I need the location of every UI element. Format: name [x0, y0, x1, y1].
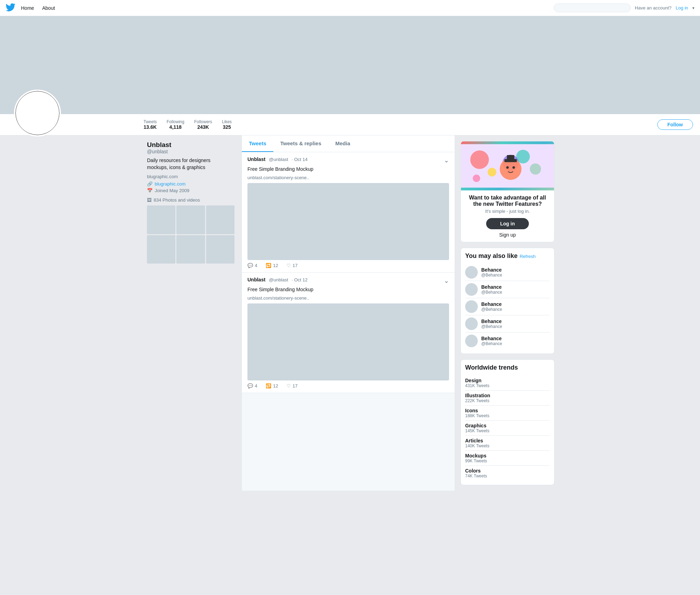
tweet-title-2: Free Simple Branding Mockup [247, 286, 449, 293]
nav-about[interactable]: About [42, 5, 55, 11]
features-banner [461, 141, 554, 190]
login-arrow-icon: ▾ [692, 6, 694, 10]
tweet-more-1[interactable]: ⌄ [444, 156, 449, 164]
suggested-handle-4: @Behance [481, 324, 502, 329]
likes-label: Likes [222, 119, 232, 124]
suggested-name-2: Behance [481, 284, 502, 290]
suggested-user-3[interactable]: Behance @Behance [465, 298, 550, 315]
stat-tweets[interactable]: Tweets 13.6K [144, 119, 157, 130]
stat-followers[interactable]: Followers 243K [194, 119, 212, 130]
profile-bio: Daily resources for designersmockups, ic… [147, 157, 234, 171]
tweet-actions-2: 💬 4 🔁 12 ♡ 17 [247, 383, 449, 388]
profile-name: Unblast [147, 141, 234, 149]
tweet-meta-2: Unblast @unblast · Oct 12 [247, 277, 308, 282]
photos-grid [147, 205, 234, 264]
followers-value: 243K [197, 124, 209, 130]
features-subtitle: It's simple - just log in. [465, 209, 550, 214]
svg-point-6 [473, 175, 480, 182]
trend-name-5: Articles [465, 438, 550, 443]
features-title: Want to take advantage of all the new Tw… [465, 195, 550, 207]
photo-thumb-3[interactable] [206, 205, 234, 234]
trend-5[interactable]: Articles 140K Tweets [465, 436, 550, 451]
tweet-more-2[interactable]: ⌄ [444, 277, 449, 285]
suggested-user-5[interactable]: Behance @Behance [465, 332, 550, 349]
header-login-link[interactable]: Log in [676, 5, 688, 10]
tweet-image-2 [247, 303, 449, 380]
suggested-avatar-3 [465, 300, 478, 313]
comment-count-2: 4 [255, 383, 257, 388]
suggested-handle-5: @Behance [481, 341, 502, 346]
svg-point-4 [488, 168, 496, 176]
tweet-link-1[interactable]: unblast.com/stationery-scene.. [247, 175, 449, 180]
trend-4[interactable]: Graphics 145K Tweets [465, 421, 550, 436]
tweet-image-1 [247, 183, 449, 260]
features-body: Want to take advantage of all the new Tw… [461, 190, 554, 242]
photo-thumb-6[interactable] [206, 235, 234, 264]
suggested-avatar-4 [465, 317, 478, 330]
main-layout: Unblast @unblast Daily resources for des… [140, 135, 560, 491]
photo-thumb-2[interactable] [176, 205, 205, 234]
features-signup-link[interactable]: Sign up [465, 232, 550, 238]
tweet-comment-2[interactable]: 💬 4 [247, 383, 257, 388]
like-count-2: 17 [293, 383, 298, 388]
trend-3[interactable]: Icons 188K Tweets [465, 406, 550, 421]
profile-stats-bar: Tweets 13.6K Following 4,118 Followers 2… [0, 114, 700, 135]
tweet-handle-1: @unblast [269, 157, 288, 162]
followers-label: Followers [194, 119, 212, 124]
trend-1[interactable]: Design 431K Tweets [465, 376, 550, 391]
suggested-avatar-5 [465, 335, 478, 347]
link-icon: 🔗 [147, 181, 153, 187]
trend-name-6: Mockups [465, 453, 550, 458]
tweet-author-1: Unblast [247, 156, 265, 162]
photo-thumb-5[interactable] [176, 235, 205, 264]
trend-6[interactable]: Mockups 99K Tweets [465, 451, 550, 466]
suggested-info-2: Behance @Behance [481, 284, 502, 295]
trend-name-3: Icons [465, 408, 550, 413]
stat-likes[interactable]: Likes 325 [222, 119, 232, 130]
suggested-user-1[interactable]: Behance @Behance [465, 264, 550, 281]
may-like-title: You may also likeRefresh [465, 252, 550, 260]
profile-joined: 📅 Joined May 2009 [147, 188, 234, 193]
tweet-link-2[interactable]: unblast.com/stationery-scene.. [247, 295, 449, 301]
follow-button[interactable]: Follow [657, 119, 693, 130]
svg-point-8 [506, 166, 509, 169]
suggested-info-4: Behance @Behance [481, 318, 502, 329]
tweet-actions-1: 💬 4 🔁 12 ♡ 17 [247, 263, 449, 268]
nav-home[interactable]: Home [21, 5, 34, 11]
calendar-icon: 📅 [147, 188, 153, 193]
tab-tweets[interactable]: Tweets [242, 135, 273, 152]
refresh-link[interactable]: Refresh [520, 254, 536, 259]
suggested-name-4: Behance [481, 318, 502, 324]
trend-name-7: Colors [465, 468, 550, 474]
have-account-text: Have an account? [635, 5, 672, 10]
right-sidebar: Want to take advantage of all the new Tw… [455, 135, 560, 491]
tweet-header-1: Unblast @unblast · Oct 14 ⌄ [247, 156, 449, 164]
trend-count-2: 222K Tweets [465, 398, 550, 403]
search-input[interactable] [554, 4, 631, 12]
tweet-meta-1: Unblast @unblast · Oct 14 [247, 156, 308, 162]
tweet-title-1: Free Simple Branding Mockup [247, 166, 449, 173]
like-icon-2: ♡ [287, 383, 291, 388]
stat-following[interactable]: Following 4,118 [167, 119, 184, 130]
tweet-like-2[interactable]: ♡ 17 [287, 383, 298, 388]
photo-thumb-1[interactable] [147, 205, 175, 234]
suggested-handle-1: @Behance [481, 273, 502, 278]
tab-tweets-replies[interactable]: Tweets & replies [273, 135, 328, 152]
tweet-comment-1[interactable]: 💬 4 [247, 263, 257, 268]
trend-7[interactable]: Colors 74K Tweets [465, 466, 550, 481]
tweet-date-2: · Oct 12 [292, 277, 308, 282]
features-card: Want to take advantage of all the new Tw… [461, 141, 554, 242]
trend-2[interactable]: Illustration 222K Tweets [465, 391, 550, 406]
features-login-button[interactable]: Log in [486, 218, 529, 229]
following-label: Following [167, 119, 184, 124]
trend-name-2: Illustration [465, 393, 550, 398]
tweet-retweet-1[interactable]: 🔁 12 [266, 263, 278, 268]
tab-media[interactable]: Media [328, 135, 357, 152]
tweet-retweet-2[interactable]: 🔁 12 [266, 383, 278, 388]
photo-thumb-4[interactable] [147, 235, 175, 264]
suggested-user-4[interactable]: Behance @Behance [465, 315, 550, 332]
tweet-like-1[interactable]: ♡ 17 [287, 263, 298, 268]
tweet-header-2: Unblast @unblast · Oct 12 ⌄ [247, 277, 449, 285]
website-link[interactable]: blugraphic.com [155, 181, 186, 187]
suggested-user-2[interactable]: Behance @Behance [465, 281, 550, 298]
